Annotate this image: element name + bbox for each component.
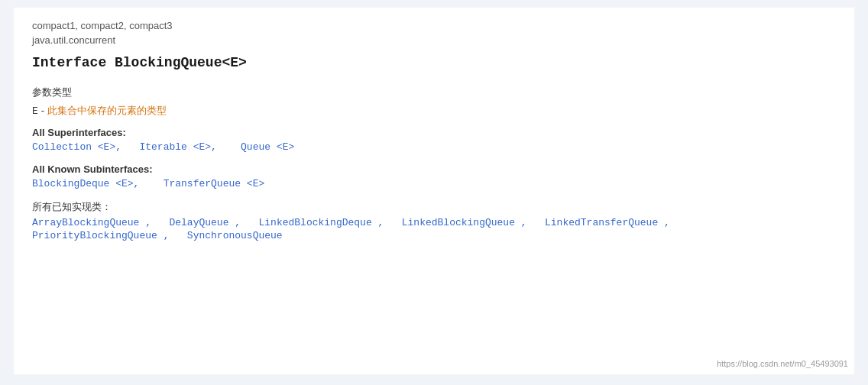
- transferqueue-link[interactable]: TransferQueue <E>: [157, 178, 264, 189]
- param-separator: -: [41, 105, 44, 116]
- superinterfaces-section: All Superinterfaces: Collection <E>, Ite…: [32, 127, 836, 153]
- interface-title: Interface BlockingQueue<E>: [32, 55, 836, 70]
- param-desc: 此集合中保存的元素的类型: [47, 104, 167, 118]
- impl-section: 所有已知实现类： ArrayBlockingQueue , DelayQueue…: [32, 200, 836, 241]
- watermark: https://blog.csdn.net/m0_45493091: [717, 359, 848, 368]
- iterable-link[interactable]: Iterable <E>,: [139, 141, 216, 153]
- subinterfaces-header: All Known Subinterfaces:: [32, 163, 836, 175]
- package-name: java.util.concurrent: [32, 34, 836, 46]
- impl-row-2: PriorityBlockingQueue , SynchronousQueue: [32, 230, 836, 241]
- main-content: compact1, compact2, compact3 java.util.c…: [14, 8, 854, 374]
- priorityblockingqueue-link[interactable]: PriorityBlockingQueue: [32, 230, 157, 241]
- linkedblockingqueue-link[interactable]: LinkedBlockingQueue: [402, 217, 515, 228]
- arrayblockingqueue-link[interactable]: ArrayBlockingQueue: [32, 217, 139, 228]
- breadcrumb: compact1, compact2, compact3: [32, 20, 836, 31]
- impl-label: 所有已知实现类：: [32, 200, 836, 214]
- delayqueue-link[interactable]: DelayQueue: [169, 217, 228, 228]
- subinterfaces-links: BlockingDeque <E>, TransferQueue <E>: [32, 178, 836, 189]
- linkedblockingdeque-link[interactable]: LinkedBlockingDeque: [258, 217, 371, 228]
- collection-link[interactable]: Collection <E>,: [32, 141, 121, 153]
- param-section: 参数类型 E - 此集合中保存的元素的类型: [32, 86, 836, 118]
- queue-link[interactable]: Queue <E>: [235, 141, 294, 153]
- param-key: E: [32, 105, 38, 117]
- superinterfaces-links: Collection <E>, Iterable <E>, Queue <E>: [32, 141, 836, 153]
- linkedtransferqueue-link[interactable]: LinkedTransferQueue: [545, 217, 658, 228]
- subinterfaces-section: All Known Subinterfaces: BlockingDeque <…: [32, 163, 836, 189]
- synchronousqueue-link[interactable]: SynchronousQueue: [187, 230, 283, 241]
- superinterfaces-header: All Superinterfaces:: [32, 127, 836, 138]
- impl-row-1: ArrayBlockingQueue , DelayQueue , Linked…: [32, 217, 836, 228]
- param-row: E - 此集合中保存的元素的类型: [32, 104, 836, 118]
- blockingdeque-link[interactable]: BlockingDeque <E>,: [32, 178, 139, 189]
- param-section-label: 参数类型: [32, 86, 836, 99]
